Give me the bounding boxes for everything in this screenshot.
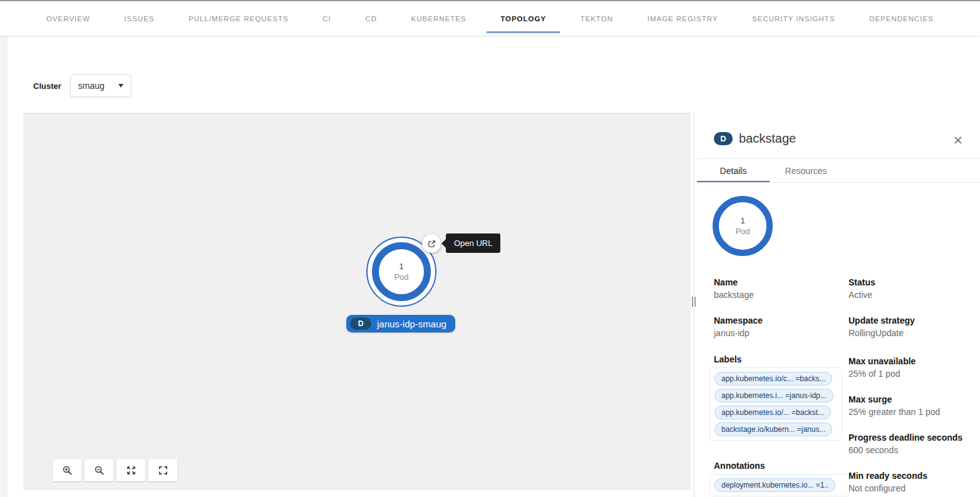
pod-count: 1	[399, 261, 403, 272]
panel-title: backstage	[739, 131, 796, 146]
panel-header: D backstage	[714, 131, 796, 146]
namespace-value: janus-idp	[714, 328, 750, 338]
name-label: Name	[714, 277, 738, 287]
tab-dependencies[interactable]: DEPENDENCIES	[855, 1, 947, 36]
entity-tab-bar: OVERVIEW ISSUES PULL/MERGE REQUESTS CI C…	[0, 0, 980, 36]
label-chip: app.kubernetes.io/c... =backs...	[714, 372, 832, 386]
tab-overview[interactable]: OVERVIEW	[33, 1, 104, 36]
fit-to-screen-icon	[126, 465, 137, 476]
node-name: janus-idp-smaug	[377, 319, 446, 329]
update-strategy-value: RollingUpdate	[848, 328, 904, 338]
namespace-label: Namespace	[714, 315, 763, 325]
pod-donut-text: 1 Pod	[719, 202, 766, 250]
tab-kubernetes[interactable]: KUBERNETES	[398, 1, 480, 36]
zoom-out-button[interactable]	[85, 459, 113, 481]
pod-unit: Pod	[394, 272, 408, 282]
zoom-in-button[interactable]	[53, 459, 81, 481]
open-url-tooltip: Open URL	[446, 233, 500, 253]
progress-deadline-value: 600 seconds	[848, 445, 898, 455]
zoom-in-icon	[62, 465, 73, 476]
deployment-kind-badge: D	[714, 132, 733, 145]
close-icon	[954, 136, 962, 145]
tab-ci[interactable]: CI	[309, 1, 345, 36]
tooltip-text: Open URL	[454, 238, 492, 248]
max-unavailable-value: 25% of 1 pod	[848, 369, 900, 379]
tab-image-registry[interactable]: IMAGE REGISTRY	[634, 1, 732, 36]
node-label-pill[interactable]: D janus-idp-smaug	[346, 315, 455, 332]
cluster-select[interactable]: smaug	[70, 74, 132, 97]
status-label: Status	[848, 277, 875, 287]
close-panel-button[interactable]	[952, 134, 964, 146]
tab-issues[interactable]: ISSUES	[110, 1, 168, 36]
pod-count: 1	[740, 215, 745, 226]
panel-resize-handle[interactable]	[691, 296, 696, 307]
labels-chip-group: app.kubernetes.io/c... =backs... app.kub…	[709, 367, 842, 441]
label-chip: app.kubernetes.i... =janus-idp...	[714, 389, 833, 402]
external-link-icon	[427, 239, 436, 248]
chevron-down-icon	[118, 84, 123, 88]
cluster-selector-row: Cluster smaug	[33, 74, 132, 97]
tab-security-insights[interactable]: SECURITY INSIGHTS	[738, 1, 848, 36]
label-chip: backstage.io/kubern... =janus...	[714, 423, 832, 436]
min-ready-label: Min ready seconds	[848, 471, 927, 481]
status-value: Active	[848, 290, 872, 300]
annotations-label: Annotations	[714, 461, 765, 471]
labels-label: Labels	[714, 354, 741, 364]
max-unavailable-label: Max unavailable	[848, 356, 916, 366]
tab-tekton[interactable]: TEKTON	[567, 1, 627, 36]
topology-canvas[interactable]: 1 Pod Open URL D janus-idp-smaug	[23, 113, 691, 490]
tab-topology[interactable]: TOPOLOGY	[487, 1, 560, 36]
annotations-chip-group: deployment.kubernetes.io... =1..	[709, 474, 850, 496]
details-side-panel: D backstage Details Resources 1 Pod Name…	[697, 113, 980, 497]
fullscreen-button[interactable]	[148, 459, 177, 481]
tab-pull-merge-requests[interactable]: PULL/MERGE REQUESTS	[175, 1, 302, 36]
name-value: backstage	[714, 290, 754, 300]
canvas-toolbar	[53, 459, 177, 481]
panel-tabs: Details Resources	[697, 159, 842, 183]
cluster-label: Cluster	[33, 81, 61, 91]
pod-unit: Pod	[735, 226, 750, 237]
max-surge-value: 25% greater than 1 pod	[848, 407, 940, 417]
open-url-decorator[interactable]	[422, 234, 441, 253]
zoom-out-icon	[94, 465, 105, 476]
max-surge-label: Max surge	[848, 394, 892, 404]
panel-tab-resources[interactable]: Resources	[770, 159, 842, 183]
panel-tab-details[interactable]: Details	[697, 159, 770, 183]
min-ready-value: Not configured	[848, 483, 905, 493]
fit-to-screen-button[interactable]	[116, 459, 145, 481]
cluster-select-value: smaug	[78, 81, 105, 91]
topology-card: Cluster smaug 1 Pod Open URL	[8, 36, 980, 497]
progress-deadline-label: Progress deadline seconds	[848, 433, 962, 443]
update-strategy-label: Update strategy	[848, 315, 915, 325]
divider	[697, 182, 980, 183]
panel-resize-gutter	[691, 113, 697, 497]
label-chip: app.kubernetes.io/... =backst...	[714, 406, 831, 419]
deployment-kind-badge: D	[350, 317, 371, 330]
annotation-chip: deployment.kubernetes.io... =1..	[714, 478, 835, 492]
page-gutter-left	[0, 36, 8, 497]
pod-donut: 1 Pod	[713, 196, 773, 256]
fullscreen-icon	[158, 465, 168, 476]
tab-cd[interactable]: CD	[351, 1, 391, 36]
